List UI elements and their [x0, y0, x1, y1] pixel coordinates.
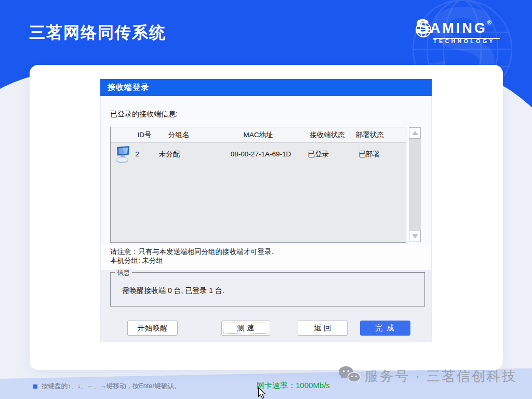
- cell-group: 未分配: [159, 143, 180, 165]
- keyboard-hint: 按键盘的↑、↓、←、→键移动，按Enter键确认。: [33, 382, 180, 391]
- cell-id: 2: [135, 143, 139, 165]
- hint-bullet-icon: [33, 384, 37, 389]
- start-wake-button[interactable]: 开始唤醒: [127, 321, 178, 336]
- wechat-watermark-text: 服务号 · 三茗信创科技: [365, 367, 517, 385]
- wake-status-text: 需唤醒接收端 0 台, 已登录 1 台.: [122, 286, 224, 296]
- column-header-mac: MAC地址: [244, 127, 273, 143]
- back-button[interactable]: 返 回: [298, 321, 348, 336]
- nic-speed: 网卡速率：1000Mb/s: [257, 381, 330, 391]
- wechat-icon: [338, 365, 361, 388]
- registered-mark: ®: [487, 19, 491, 26]
- arrow-up-icon: [412, 131, 418, 135]
- mouse-cursor: [258, 387, 267, 399]
- column-header-recv-status: 接收端状态: [310, 127, 345, 143]
- column-header-id: ID号: [138, 127, 152, 143]
- scroll-down-button[interactable]: [409, 231, 421, 242]
- page: S 三茗网络同传系统: [0, 0, 532, 399]
- cell-deploy-status: 已部署: [359, 143, 380, 165]
- nic-speed-value: 1000Mb/s: [296, 381, 330, 390]
- arrow-down-icon: [412, 234, 418, 238]
- dialog-titlebar: 接收端登录: [100, 79, 432, 96]
- column-header-group: 分组名: [168, 127, 190, 143]
- logo-text: AMING: [430, 18, 487, 38]
- dialog-body: 已登录的接收端信息: ID号 分组名 MAC地址 接收端状态 部署状态: [100, 96, 432, 342]
- table-row[interactable]: 2 未分配 08-00-27-1A-69-1D 已登录 已部署: [111, 143, 406, 165]
- notes: 请注意：只有与本发送端相同分组的接收端才可登录. 本机分组: 未分组: [110, 247, 273, 265]
- column-header-deploy-status: 部署状态: [356, 127, 384, 143]
- info-groupbox-label: 信息: [115, 269, 132, 277]
- hint-text: 按键盘的↑、↓、←、→键移动，按Enter键确认。: [42, 382, 180, 391]
- receiver-login-dialog: 接收端登录 已登录的接收端信息: ID号 分组名 MAC地址 接收端状态 部署状…: [100, 79, 432, 342]
- table-scrollbar[interactable]: [409, 127, 421, 242]
- dialog-lower-section: 信息 需唤醒接收端 0 台, 已登录 1 台. 开始唤醒 测 速 返 回 完 成: [101, 270, 431, 342]
- note-line-1: 请注意：只有与本发送端相同分组的接收端才可登录.: [110, 247, 273, 256]
- globe-grid-icon: [415, 21, 432, 41]
- back-label: 返 回: [314, 323, 331, 333]
- logged-in-receivers-label: 已登录的接收端信息:: [110, 110, 178, 119]
- finish-label: 完 成: [375, 323, 395, 333]
- table-header-row: ID号 分组名 MAC地址 接收端状态 部署状态: [111, 127, 406, 143]
- speed-test-button[interactable]: 测 速: [221, 321, 270, 336]
- note-line-2: 本机分组: 未分组: [110, 256, 273, 265]
- receiver-table: ID号 分组名 MAC地址 接收端状态 部署状态: [110, 127, 406, 243]
- wechat-watermark: 服务号 · 三茗信创科技: [338, 365, 517, 388]
- saming-logo: S AMING ® TECHNOLOGY: [416, 18, 504, 44]
- info-groupbox: 信息 需唤醒接收端 0 台, 已登录 1 台.: [110, 272, 425, 307]
- start-wake-label: 开始唤醒: [138, 323, 168, 333]
- cell-recv-status: 已登录: [308, 143, 329, 165]
- cell-mac: 08-00-27-1A-69-1D: [231, 143, 291, 165]
- finish-button[interactable]: 完 成: [360, 321, 410, 336]
- app-title: 三茗网络同传系统: [29, 22, 166, 44]
- scroll-up-button[interactable]: [409, 127, 421, 139]
- speed-test-label: 测 速: [237, 323, 254, 333]
- logo-subtitle: TECHNOLOGY: [433, 38, 495, 44]
- computer-icon: [115, 145, 132, 164]
